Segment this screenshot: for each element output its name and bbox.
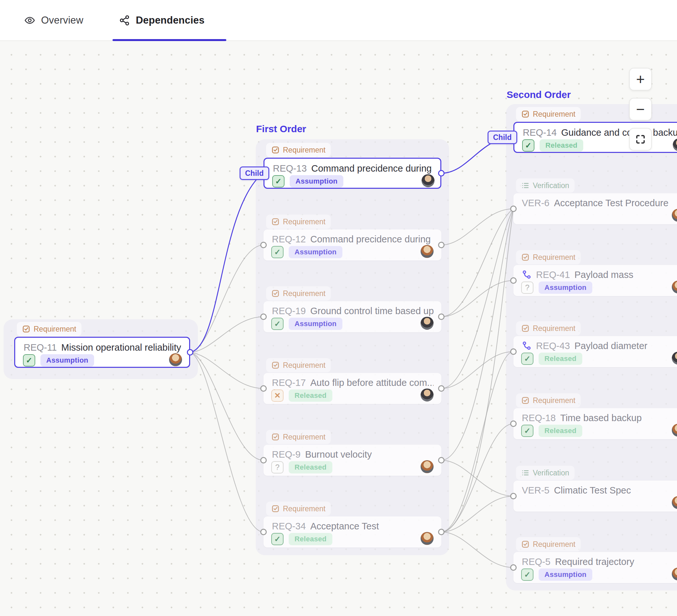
status-check-icon: ✓ [521, 352, 534, 365]
node-card-ver5[interactable]: VER-5Climatic Test Spec [513, 481, 677, 512]
user-avatar [673, 138, 677, 151]
node-id: REQ-11 [24, 342, 57, 353]
maturity-badge: Released [289, 461, 332, 473]
maturity-badge: Assumption [539, 568, 592, 581]
port-ver5-in[interactable] [510, 493, 516, 499]
status-question-icon: ? [521, 282, 534, 294]
maturity-badge: Released [540, 139, 583, 152]
type-pill-req43: Requirement [516, 321, 581, 335]
branch-icon [522, 341, 532, 351]
node-card-req14[interactable]: REQ-14Guidance and control backup ✓ Rele… [513, 122, 677, 153]
user-avatar [672, 424, 677, 437]
port-ver6-in[interactable] [510, 205, 516, 212]
tab-dependencies[interactable]: Dependencies [119, 0, 205, 40]
maturity-badge: Assumption [539, 282, 592, 294]
checkbox-icon [271, 218, 280, 226]
maturity-badge: Assumption [289, 318, 343, 330]
status-check-icon: ✓ [23, 354, 35, 367]
node-card-req9[interactable]: REQ-9Burnout velocity ? Released [264, 445, 441, 476]
tab-dependencies-label: Dependencies [136, 14, 205, 26]
edge-req34-req18 [441, 424, 513, 532]
maturity-badge: Assumption [40, 354, 94, 367]
node-card-req5[interactable]: REQ-5Required trajectory ✓ Assumption [513, 552, 677, 583]
edge-req11-req19 [190, 317, 264, 352]
edge-req11-req12 [190, 245, 264, 352]
user-avatar [421, 245, 434, 258]
port-req9-out[interactable] [438, 457, 445, 464]
maturity-badge: Released [539, 425, 582, 437]
tab-overview-label: Overview [41, 14, 83, 26]
dependency-graph-canvas[interactable]: First Order Second Order Requirement REQ… [0, 41, 677, 616]
port-req9-in[interactable] [260, 457, 267, 464]
user-avatar [672, 209, 677, 222]
list-icon [521, 469, 530, 477]
type-pill-req12: Requirement [266, 215, 331, 229]
node-card-req17[interactable]: REQ-17Auto flip before attitude com... ✕… [264, 373, 441, 404]
type-pill-ver5: Verification [516, 466, 575, 480]
eye-icon [24, 15, 35, 26]
port-req19-out[interactable] [438, 314, 445, 320]
edge-req34-req5 [441, 532, 513, 568]
node-card-req13[interactable]: REQ-13Command precidence during ... ✓ As… [264, 158, 441, 189]
checkbox-icon [521, 540, 530, 549]
maturity-badge: Assumption [290, 175, 343, 187]
fit-view-button[interactable] [629, 128, 652, 151]
first-order-label: First Order [256, 124, 306, 135]
share-graph-icon [119, 15, 130, 26]
type-pill-ver6: Verification [516, 178, 575, 193]
status-check-icon: ✓ [271, 246, 283, 258]
checkbox-icon [271, 505, 280, 513]
status-check-icon: ✓ [521, 425, 534, 437]
user-avatar [169, 353, 182, 366]
edge-req11-req13-selected [190, 173, 263, 352]
port-req5-in[interactable] [510, 564, 516, 571]
edge-req19-ver6 [441, 209, 513, 317]
checkbox-icon [521, 253, 530, 262]
maturity-badge: Assumption [289, 246, 343, 258]
node-card-req12[interactable]: REQ-12Command precidence during ... ✓ As… [264, 230, 441, 260]
port-req17-in[interactable] [260, 385, 267, 392]
edge-req11-req34 [190, 352, 264, 532]
port-req18-in[interactable] [510, 421, 516, 427]
checkbox-icon [521, 110, 530, 118]
group-first-order [256, 139, 449, 555]
node-card-req19[interactable]: REQ-19Ground control time based up... ✓ … [264, 301, 441, 332]
type-pill-req11: Requirement [17, 322, 82, 336]
port-req34-in[interactable] [260, 529, 267, 535]
port-req41-in[interactable] [510, 277, 516, 284]
node-card-req41[interactable]: REQ-41Payload mass ? Assumption [513, 265, 677, 296]
node-card-req11[interactable]: REQ-11Mission operational reliability ✓ … [14, 337, 190, 368]
zoom-in-button[interactable]: + [629, 68, 652, 91]
node-card-ver6[interactable]: VER-6Acceptance Test Procedure [513, 193, 677, 224]
node-card-req34[interactable]: REQ-34Acceptance Test ✓ Released [264, 516, 441, 548]
port-req13-out[interactable] [438, 170, 445, 177]
type-pill-req34: Requirement [266, 502, 331, 516]
tab-overview[interactable]: Overview [24, 0, 83, 40]
status-check-icon: ✓ [522, 139, 534, 152]
port-req12-out[interactable] [438, 242, 445, 248]
port-req12-in[interactable] [260, 242, 267, 248]
edge-req9-ver5 [441, 460, 513, 496]
port-req43-in[interactable] [510, 348, 516, 355]
active-tab-underline [112, 39, 226, 41]
user-avatar [672, 281, 677, 293]
zoom-out-button[interactable]: − [629, 98, 652, 121]
port-req17-out[interactable] [438, 385, 445, 392]
port-req19-in[interactable] [260, 314, 267, 320]
maturity-badge: Released [289, 389, 332, 402]
edge-label-child-req13: Child [239, 167, 269, 180]
user-avatar [421, 460, 434, 473]
type-pill-req14: Requirement [516, 107, 581, 121]
branch-icon [522, 270, 532, 280]
node-card-req18[interactable]: REQ-18Time based backup ✓ Released [513, 408, 677, 439]
checkbox-icon [521, 396, 530, 405]
type-pill-req19: Requirement [266, 286, 331, 300]
edge-req12-ver6 [441, 209, 513, 245]
edge-req17-ver6 [441, 209, 513, 388]
type-pill-req9: Requirement [266, 430, 331, 444]
node-card-req43[interactable]: REQ-43Payload diameter ✓ Released [513, 336, 677, 367]
port-req11-out[interactable] [187, 349, 193, 356]
edge-req11-req9 [190, 352, 264, 460]
edge-req34-ver5 [441, 496, 513, 532]
port-req34-out[interactable] [438, 529, 445, 535]
